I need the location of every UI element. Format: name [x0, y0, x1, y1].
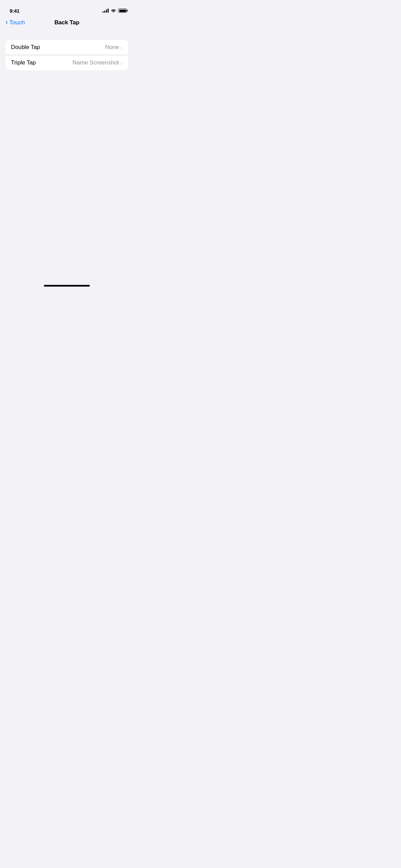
status-time: 9:41 — [10, 8, 20, 14]
content-area: Double Tap None › Triple Tap Name Screen… — [0, 30, 134, 70]
battery-fill — [119, 10, 126, 12]
signal-bar-1 — [102, 11, 104, 13]
back-button[interactable]: ‹ Touch — [5, 19, 25, 26]
back-chevron-icon: ‹ — [5, 19, 8, 26]
back-label: Touch — [9, 19, 25, 26]
wifi-icon — [111, 8, 116, 14]
nav-bar: ‹ Touch Back Tap — [0, 16, 134, 30]
triple-tap-right: Name Screenshot › — [72, 59, 123, 66]
triple-tap-value: Name Screenshot — [72, 59, 119, 66]
status-bar: 9:41 — [0, 0, 134, 16]
signal-bar-3 — [106, 10, 107, 13]
double-tap-chevron-icon: › — [121, 45, 123, 50]
triple-tap-label: Triple Tap — [11, 59, 36, 66]
double-tap-label: Double Tap — [11, 44, 40, 51]
status-icons — [102, 8, 127, 14]
battery-icon — [118, 9, 127, 13]
signal-bars-icon — [102, 9, 109, 13]
signal-bar-4 — [108, 9, 109, 13]
triple-tap-chevron-icon: › — [121, 60, 123, 66]
settings-group: Double Tap None › Triple Tap Name Screen… — [5, 40, 128, 70]
signal-bar-2 — [104, 11, 105, 13]
double-tap-value: None — [105, 44, 119, 51]
home-indicator — [44, 285, 90, 287]
triple-tap-row[interactable]: Triple Tap Name Screenshot › — [5, 55, 128, 70]
double-tap-right: None › — [105, 44, 123, 51]
double-tap-row[interactable]: Double Tap None › — [5, 40, 128, 55]
nav-title: Back Tap — [54, 19, 80, 26]
